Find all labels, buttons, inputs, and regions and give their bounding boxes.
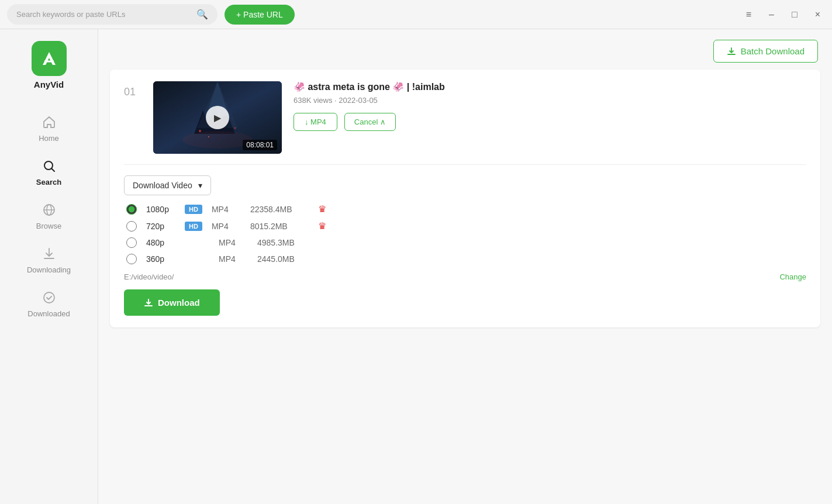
video-actions: ↓ MP4 Cancel ∧ xyxy=(294,113,806,131)
hd-badge-720p: HD xyxy=(185,222,202,231)
close-button[interactable]: × xyxy=(810,7,825,22)
quality-label-480p: 480p xyxy=(146,238,175,247)
sidebar-item-search[interactable]: Search xyxy=(0,151,98,192)
hd-badge-1080p: HD xyxy=(185,205,202,214)
app-logo: AnyVid xyxy=(32,41,67,89)
save-path-row: E:/video/video/ Change xyxy=(124,272,806,281)
search-bar-container: 🔍 xyxy=(7,4,218,25)
minimize-button[interactable]: – xyxy=(764,7,779,22)
video-duration: 08:08:01 xyxy=(243,140,277,150)
logo-icon xyxy=(32,41,67,76)
search-icon: 🔍 xyxy=(196,9,208,20)
app-body: AnyVid Home Search xyxy=(0,29,832,504)
sidebar-item-downloaded-label: Downloaded xyxy=(27,309,70,318)
maximize-button[interactable]: □ xyxy=(787,7,802,22)
change-link[interactable]: Change xyxy=(779,272,806,281)
mp4-button[interactable]: ↓ MP4 xyxy=(294,113,337,131)
content-header: Batch Download xyxy=(98,29,832,70)
svg-point-10 xyxy=(208,136,209,137)
sidebar-item-browse-label: Browse xyxy=(36,222,61,230)
quality-row-360p: 360p MP4 2445.0MB xyxy=(126,254,806,264)
video-card: 01 xyxy=(110,70,820,327)
quality-format-720p: MP4 xyxy=(212,222,241,231)
quality-row-480p: 480p MP4 4985.3MB xyxy=(126,237,806,248)
video-info: 🦑 astra meta is gone 🦑 | !aimlab 638K vi… xyxy=(294,81,806,131)
video-row: 01 xyxy=(124,81,806,154)
premium-icon-720p: ♛ xyxy=(318,220,326,232)
sidebar-item-search-label: Search xyxy=(36,178,61,187)
svg-point-7 xyxy=(182,131,253,149)
svg-point-9 xyxy=(234,127,236,129)
svg-point-5 xyxy=(44,292,54,303)
main-content: Batch Download 01 xyxy=(98,29,832,504)
video-title: 🦑 astra meta is gone 🦑 | !aimlab xyxy=(294,81,806,92)
video-meta: 638K views · 2022-03-05 xyxy=(294,96,806,105)
sidebar-item-downloaded[interactable]: Downloaded xyxy=(0,282,98,324)
quality-size-720p: 8015.2MB xyxy=(250,222,309,231)
quality-format-360p: MP4 xyxy=(219,254,248,264)
browse-icon xyxy=(42,203,56,219)
svg-line-1 xyxy=(51,169,54,172)
quality-row-720p: 720p HD MP4 8015.2MB ♛ xyxy=(126,220,806,232)
quality-radio-360p[interactable] xyxy=(126,254,137,264)
app-name: AnyVid xyxy=(34,80,64,89)
save-path: E:/video/video/ xyxy=(124,272,174,281)
premium-icon-1080p: ♛ xyxy=(318,203,326,215)
cancel-button[interactable]: Cancel ∧ xyxy=(344,113,396,131)
home-icon xyxy=(42,115,56,132)
download-button-label: Download xyxy=(158,298,200,308)
title-bar-right: ≡ – □ × xyxy=(741,7,825,22)
dropdown-arrow-icon: ▾ xyxy=(198,181,202,190)
paste-url-button[interactable]: + Paste URL xyxy=(225,5,295,25)
search-input[interactable] xyxy=(16,10,192,19)
downloaded-icon xyxy=(42,291,56,307)
sidebar-item-home-label: Home xyxy=(39,134,59,143)
download-button[interactable]: Download xyxy=(124,289,220,316)
video-thumbnail[interactable]: ▶ 08:08:01 xyxy=(153,81,282,154)
title-bar: 🔍 + Paste URL ≡ – □ × xyxy=(0,0,832,29)
batch-download-button[interactable]: Batch Download xyxy=(713,40,818,63)
quality-row-1080p: 1080p HD MP4 22358.4MB ♛ xyxy=(126,203,806,215)
sidebar-item-downloading-label: Downloading xyxy=(27,265,71,274)
sidebar: AnyVid Home Search xyxy=(0,29,98,504)
play-button[interactable]: ▶ xyxy=(206,106,229,129)
quality-radio-720p[interactable] xyxy=(126,221,137,232)
quality-format-1080p: MP4 xyxy=(212,205,241,214)
quality-label-360p: 360p xyxy=(146,254,175,264)
quality-size-1080p: 22358.4MB xyxy=(250,205,309,214)
sidebar-item-browse[interactable]: Browse xyxy=(0,195,98,236)
search-nav-icon xyxy=(42,159,56,175)
title-bar-left: 🔍 + Paste URL xyxy=(7,4,741,25)
menu-button[interactable]: ≡ xyxy=(741,7,756,22)
quality-radio-1080p[interactable] xyxy=(126,204,137,215)
batch-download-label: Batch Download xyxy=(741,46,805,56)
download-options: Download Video ▾ 1080p HD MP4 22358.4MB … xyxy=(124,164,806,316)
svg-point-8 xyxy=(199,130,201,132)
sidebar-item-home[interactable]: Home xyxy=(0,107,98,149)
format-dropdown[interactable]: Download Video ▾ xyxy=(124,175,211,195)
quality-size-360p: 2445.0MB xyxy=(257,254,316,264)
dropdown-row: Download Video ▾ xyxy=(124,175,806,195)
quality-options: 1080p HD MP4 22358.4MB ♛ 720p HD MP4 801… xyxy=(126,203,806,264)
video-number: 01 xyxy=(124,86,141,98)
quality-radio-480p[interactable] xyxy=(126,237,137,248)
format-dropdown-label: Download Video xyxy=(133,181,192,190)
downloading-icon xyxy=(42,247,56,263)
sidebar-nav: Home Search xyxy=(0,107,98,324)
quality-label-720p: 720p xyxy=(146,222,175,231)
quality-size-480p: 4985.3MB xyxy=(257,238,316,247)
video-views: 638K views xyxy=(294,96,332,105)
sidebar-item-downloading[interactable]: Downloading xyxy=(0,239,98,280)
quality-format-480p: MP4 xyxy=(219,238,248,247)
quality-label-1080p: 1080p xyxy=(146,205,175,214)
video-date: 2022-03-05 xyxy=(339,96,378,105)
